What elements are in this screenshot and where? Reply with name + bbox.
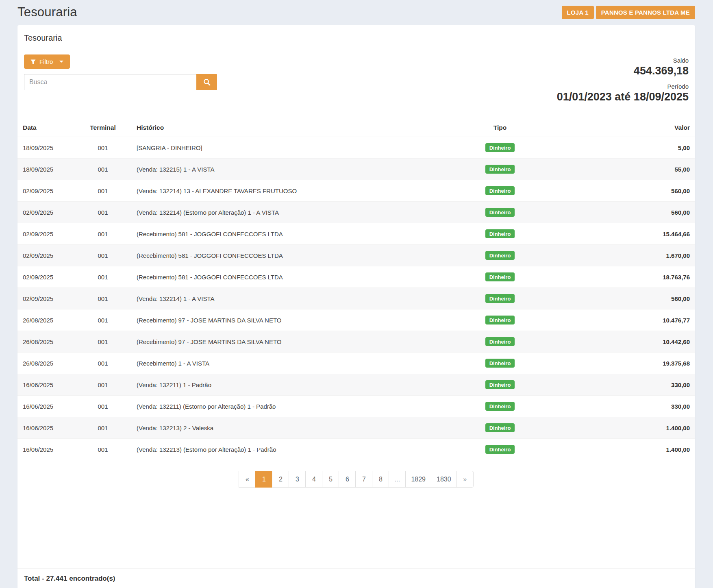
cell-historico: (Venda: 132215) 1 - A VISTA (131, 159, 451, 180)
cell-terminal: 001 (74, 137, 131, 159)
tipo-badge: Dinheiro (485, 208, 515, 217)
search-input[interactable] (24, 74, 196, 90)
pagination-item[interactable]: 2 (272, 471, 289, 488)
table-body: 18/09/2025 001 [SANGRIA - DINHEIRO] Dinh… (17, 137, 695, 460)
table-region: Data Terminal Histórico Tipo Valor 18/09… (17, 103, 695, 568)
controls-row: Filtro Saldo 454.369,18 Período (17, 51, 695, 103)
cell-data: 02/09/2025 (17, 223, 74, 245)
table-row[interactable]: 16/06/2025 001 (Venda: 132213) 2 - Vales… (17, 417, 695, 439)
table-row[interactable]: 02/09/2025 001 (Venda: 132214) 13 - ALEX… (17, 180, 695, 202)
cell-data: 18/09/2025 (17, 159, 74, 180)
table-row[interactable]: 26/08/2025 001 (Recebimento) 97 - JOSE M… (17, 331, 695, 353)
table-row[interactable]: 02/09/2025 001 (Venda: 132214) 1 - A VIS… (17, 288, 695, 309)
tipo-badge: Dinheiro (485, 337, 515, 346)
cell-tipo: Dinheiro (451, 353, 549, 374)
cell-data: 02/09/2025 (17, 288, 74, 309)
cell-terminal: 001 (74, 331, 131, 353)
company-button[interactable]: PANNOS E PANNOS LTDA ME (596, 6, 695, 19)
table-row[interactable]: 02/09/2025 001 (Venda: 132214) (Estorno … (17, 202, 695, 223)
cell-terminal: 001 (74, 288, 131, 309)
cell-data: 02/09/2025 (17, 245, 74, 266)
col-header-terminal: Terminal (74, 119, 131, 137)
cell-terminal: 001 (74, 374, 131, 396)
cell-valor: 15.464,66 (549, 223, 695, 245)
cell-tipo: Dinheiro (451, 159, 549, 180)
cell-data: 26/08/2025 (17, 331, 74, 353)
cell-data: 02/09/2025 (17, 180, 74, 202)
cell-valor: 18.763,76 (549, 266, 695, 288)
pagination-item[interactable]: 3 (289, 471, 306, 488)
cell-terminal: 001 (74, 202, 131, 223)
bottom-spacer (17, 488, 695, 568)
cell-valor: 1.670,00 (549, 245, 695, 266)
cell-historico: (Venda: 132213) 2 - Valeska (131, 417, 451, 439)
table-row[interactable]: 16/06/2025 001 (Venda: 132211) 1 - Padrã… (17, 374, 695, 396)
topbar-buttons: LOJA 1 PANNOS E PANNOS LTDA ME (562, 6, 695, 19)
cell-terminal: 001 (74, 439, 131, 460)
cell-valor: 19.375,68 (549, 353, 695, 374)
card-title: Tesouraria (17, 25, 695, 51)
cell-historico: (Venda: 132214) 1 - A VISTA (131, 288, 451, 309)
cell-valor: 330,00 (549, 396, 695, 417)
filter-label: Filtro (39, 58, 53, 65)
summary-block: Saldo 454.369,18 Período 01/01/2023 até … (557, 54, 689, 103)
cell-tipo: Dinheiro (451, 266, 549, 288)
pagination-item[interactable]: 7 (355, 471, 372, 488)
cell-valor: 1.400,00 (549, 439, 695, 460)
cell-valor: 560,00 (549, 202, 695, 223)
cell-data: 16/06/2025 (17, 417, 74, 439)
cell-data: 26/08/2025 (17, 353, 74, 374)
tipo-badge: Dinheiro (485, 143, 515, 152)
tipo-badge: Dinheiro (485, 272, 515, 281)
page-title: Tesouraria (17, 5, 77, 20)
pagination-item[interactable]: 1 (255, 471, 272, 488)
controls-left: Filtro (24, 54, 217, 103)
cell-historico: (Venda: 132211) 1 - Padrão (131, 374, 451, 396)
store-button[interactable]: LOJA 1 (562, 6, 594, 19)
cell-valor: 330,00 (549, 374, 695, 396)
total-found-text: Total - 27.441 encontrado(s) (24, 575, 115, 582)
pagination-item[interactable]: 1830 (431, 471, 457, 488)
periodo-label: Período (557, 83, 689, 90)
pagination-item[interactable]: 1829 (405, 471, 431, 488)
table-row[interactable]: 02/09/2025 001 (Recebimento) 581 - JOGGO… (17, 266, 695, 288)
table-row[interactable]: 16/06/2025 001 (Venda: 132211) (Estorno … (17, 396, 695, 417)
pagination-item[interactable]: 8 (372, 471, 389, 488)
cell-historico: (Recebimento) 581 - JOGGOFI CONFECCOES L… (131, 223, 451, 245)
cell-data: 16/06/2025 (17, 396, 74, 417)
saldo-label: Saldo (557, 57, 689, 64)
cell-data: 16/06/2025 (17, 439, 74, 460)
cell-tipo: Dinheiro (451, 223, 549, 245)
table-row[interactable]: 16/06/2025 001 (Venda: 132213) (Estorno … (17, 439, 695, 460)
cell-tipo: Dinheiro (451, 374, 549, 396)
cell-valor: 10.476,77 (549, 309, 695, 331)
table-row[interactable]: 26/08/2025 001 (Recebimento) 97 - JOSE M… (17, 309, 695, 331)
col-header-data: Data (17, 119, 74, 137)
table-row[interactable]: 18/09/2025 001 (Venda: 132215) 1 - A VIS… (17, 159, 695, 180)
cell-tipo: Dinheiro (451, 180, 549, 202)
pagination-item[interactable]: 4 (305, 471, 322, 488)
pagination-item[interactable]: « (239, 471, 256, 488)
cell-data: 26/08/2025 (17, 309, 74, 331)
cell-terminal: 001 (74, 396, 131, 417)
tipo-badge: Dinheiro (485, 445, 515, 454)
filter-dropdown-button[interactable]: Filtro (24, 54, 70, 69)
pagination-item[interactable]: 5 (322, 471, 339, 488)
cell-historico: (Venda: 132213) (Estorno por Alteração) … (131, 439, 451, 460)
cell-data: 16/06/2025 (17, 374, 74, 396)
table-row[interactable]: 26/08/2025 001 (Recebimento) 1 - A VISTA… (17, 353, 695, 374)
table-row[interactable]: 18/09/2025 001 [SANGRIA - DINHEIRO] Dinh… (17, 137, 695, 159)
cell-terminal: 001 (74, 309, 131, 331)
tesouraria-card: Tesouraria Filtro (17, 25, 695, 588)
cell-terminal: 001 (74, 417, 131, 439)
table-row[interactable]: 02/09/2025 001 (Recebimento) 581 - JOGGO… (17, 223, 695, 245)
topbar: Tesouraria LOJA 1 PANNOS E PANNOS LTDA M… (17, 0, 695, 25)
search-button[interactable] (196, 74, 217, 90)
cell-valor: 10.442,60 (549, 331, 695, 353)
tipo-badge: Dinheiro (485, 186, 515, 195)
tipo-badge: Dinheiro (485, 380, 515, 389)
pagination-item[interactable]: 6 (339, 471, 356, 488)
pagination-item[interactable]: » (456, 471, 474, 488)
table-row[interactable]: 02/09/2025 001 (Recebimento) 581 - JOGGO… (17, 245, 695, 266)
saldo-value: 454.369,18 (557, 65, 689, 77)
